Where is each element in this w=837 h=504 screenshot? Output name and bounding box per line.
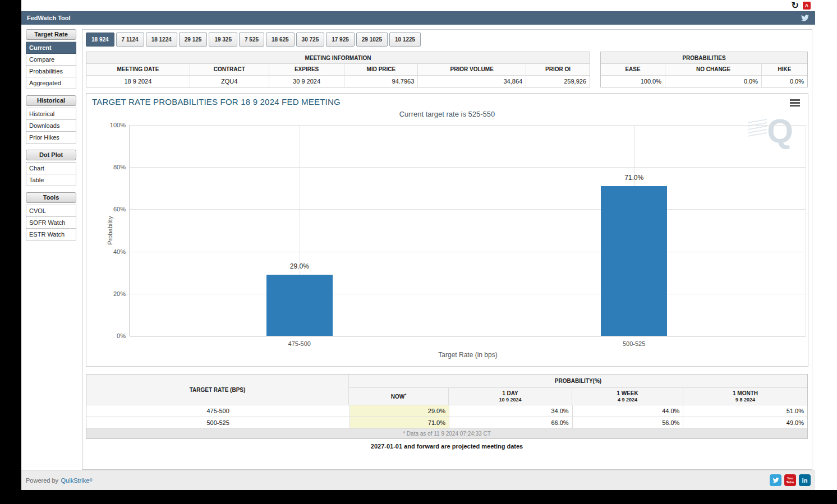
sidebar-item-compare[interactable]: Compare: [26, 54, 76, 66]
browser-utility-bar: ↻ A: [21, 0, 815, 11]
bar-fill: [601, 186, 667, 336]
pdf-icon[interactable]: A: [803, 2, 811, 10]
table-row: 475-500 29.0% 34.0% 44.0% 51.0%: [86, 405, 807, 417]
sidebar-section-tools: Tools CVOL SOFR Watch ESTR Watch: [25, 192, 80, 241]
plot-area: 100% 80% 60% 40% 20% 0% Probability 29.0…: [130, 125, 806, 336]
y-tick-label: 80%: [113, 164, 126, 170]
rate-cell: 475-500: [86, 405, 349, 417]
meeting-date-tabs: 18 924 7 1124 18 1224 29 125 19 325 7 52…: [86, 33, 808, 47]
col-header-prior-volume: PRIOR VOLUME: [418, 64, 526, 75]
tab-meeting-date[interactable]: 18 924: [86, 33, 114, 47]
chart-title: TARGET RATE PROBABILITIES FOR 18 9 2024 …: [92, 97, 341, 107]
sidebar-item-chart[interactable]: Chart: [26, 163, 76, 174]
y-tick-label: 100%: [110, 122, 126, 128]
sidebar-item-cvol[interactable]: CVOL: [26, 205, 76, 217]
sidebar-header-historical[interactable]: Historical: [26, 95, 76, 106]
day-cell: 66.0%: [449, 417, 572, 428]
twitter-icon[interactable]: [770, 474, 781, 486]
main-panel: 18 924 7 1124 18 1224 29 125 19 325 7 52…: [82, 29, 812, 470]
col-header-target-rate-bps: TARGET RATE (BPS): [86, 374, 349, 405]
chart-subtitle: Current target rate is 525-550: [86, 110, 808, 118]
chart-menu-icon[interactable]: [790, 99, 800, 108]
sidebar-header-tools[interactable]: Tools: [26, 192, 76, 203]
sidebar-item-downloads[interactable]: Downloads: [26, 120, 76, 132]
gridline-h: [130, 294, 806, 294]
gridline-h: [130, 167, 806, 168]
month-cell: 49.0%: [683, 417, 807, 428]
no-change-value: 0.0%: [665, 76, 762, 87]
powered-by-text: Powered by: [26, 477, 58, 484]
sidebar-section-historical: Historical Historical Downloads Prior Hi…: [25, 95, 80, 144]
meeting-information-title: MEETING INFORMATION: [86, 52, 590, 64]
col-header-ease: EASE: [601, 64, 665, 75]
mid-price-value: 94.7963: [344, 76, 418, 87]
prior-volume-value: 34,864: [418, 76, 526, 87]
contract-value: ZQU4: [190, 76, 269, 87]
day-cell: 34.0%: [449, 405, 572, 417]
refresh-icon[interactable]: ↻: [792, 1, 799, 10]
col-header-contract: CONTRACT: [190, 64, 269, 75]
sidebar-item-sofr-watch[interactable]: SOFR Watch: [26, 217, 76, 229]
probabilities-summary-table: PROBABILITIES EASE NO CHANGE HIKE 100.0%…: [600, 52, 808, 87]
col-header-expires: EXPIRES: [269, 64, 345, 75]
y-axis-title: Probability: [107, 216, 113, 244]
page-title: FedWatch Tool: [27, 15, 71, 21]
tab-meeting-date[interactable]: 29 125: [179, 33, 208, 47]
fedwatch-app: ↻ A FedWatch Tool Target Rate Current Co…: [21, 0, 837, 490]
col-header-1-week: 1 WEEK 4 9 2024: [572, 388, 683, 405]
y-tick-label: 20%: [113, 290, 126, 297]
bar-column-500-525: 71.0%: [601, 125, 667, 336]
col-header-no-change: NO CHANGE: [665, 64, 762, 75]
youtube-icon[interactable]: YouTube: [784, 474, 796, 486]
footer-bar: Powered by QuikStrike ® YouTube in: [21, 470, 815, 490]
col-group-probability: PROBABILITY(%): [349, 374, 807, 388]
col-header-now: NOW*: [349, 388, 448, 405]
ease-value: 100.0%: [601, 76, 665, 87]
sidebar-item-table[interactable]: Table: [26, 174, 76, 186]
tab-meeting-date[interactable]: 7 1124: [116, 33, 144, 47]
tab-meeting-date[interactable]: 18 1224: [146, 33, 177, 47]
gridline-h: [130, 252, 806, 252]
target-rate-chart-panel: TARGET RATE PROBABILITIES FOR 18 9 2024 …: [86, 93, 808, 367]
sidebar-item-historical[interactable]: Historical: [26, 108, 76, 120]
meeting-date-value: 18 9 2024: [86, 76, 190, 87]
col-header-1-day: 1 DAY 10 9 2024: [448, 388, 572, 405]
quikstrike-link[interactable]: QuikStrike: [61, 477, 90, 484]
bar-fill: [266, 275, 333, 336]
tab-meeting-date[interactable]: 29 1025: [356, 33, 388, 47]
probabilities-title: PROBABILITIES: [601, 52, 807, 64]
sidebar-header-dot-plot[interactable]: Dot Plot: [26, 150, 76, 160]
bar-value-label: 71.0%: [601, 174, 667, 182]
expires-value: 30 9 2024: [269, 76, 345, 87]
sidebar-item-aggregated[interactable]: Aggregated: [26, 77, 76, 89]
app-header: FedWatch Tool: [21, 11, 815, 25]
week-cell: 56.0%: [572, 417, 683, 428]
col-header-meeting-date: MEETING DATE: [86, 64, 190, 75]
rate-cell: 500-525: [86, 417, 349, 428]
sidebar-item-prior-hikes[interactable]: Prior Hikes: [26, 132, 76, 144]
gridline-v: [806, 125, 806, 336]
sidebar-section-target-rate: Target Rate Current Compare Probabilitie…: [25, 29, 80, 89]
tab-meeting-date[interactable]: 18 625: [266, 33, 295, 47]
tab-meeting-date[interactable]: 19 325: [209, 33, 237, 47]
bar-value-label: 29.0%: [266, 262, 333, 270]
week-cell: 44.0%: [572, 405, 683, 417]
twitter-icon[interactable]: [801, 14, 810, 22]
tab-meeting-date[interactable]: 7 525: [239, 33, 264, 47]
sidebar-item-estr-watch[interactable]: ESTR Watch: [26, 229, 76, 241]
tab-meeting-date[interactable]: 10 1225: [389, 33, 421, 47]
content-area: Target Rate Current Compare Probabilitie…: [21, 25, 815, 470]
tab-meeting-date[interactable]: 17 925: [326, 33, 355, 47]
x-axis-title: Target Rate (in bps): [438, 351, 497, 359]
sidebar-item-probabilities[interactable]: Probabilities: [26, 66, 76, 77]
now-cell: 29.0%: [349, 405, 449, 417]
page-wrapper: ↻ A FedWatch Tool Target Rate Current Co…: [21, 0, 815, 490]
y-tick-label: 40%: [113, 248, 126, 255]
sidebar-item-current[interactable]: Current: [26, 42, 76, 54]
col-header-1-month: 1 MONTH 9 8 2024: [683, 388, 807, 405]
sidebar-header-target-rate[interactable]: Target Rate: [26, 29, 76, 40]
tab-meeting-date[interactable]: 30 725: [296, 33, 325, 47]
linkedin-icon[interactable]: in: [799, 474, 811, 486]
y-tick-label: 60%: [113, 206, 126, 212]
gridline-h: [130, 125, 806, 126]
